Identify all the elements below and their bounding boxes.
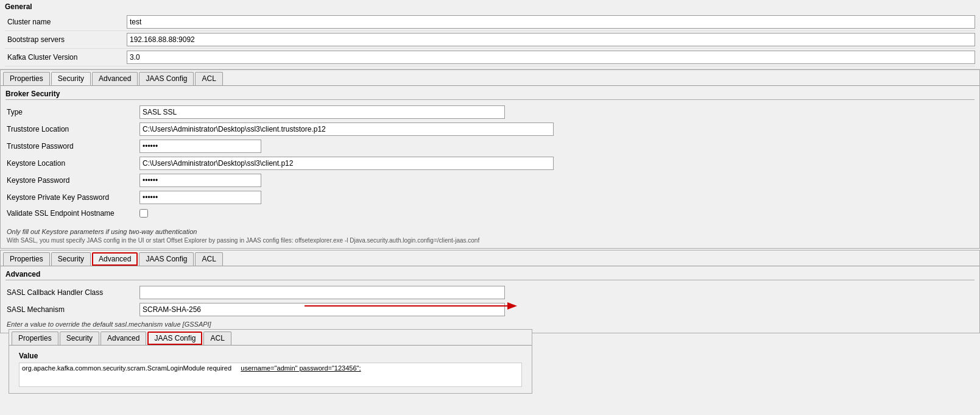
- advanced-section-header: Advanced: [5, 270, 975, 280]
- tab-properties-3[interactable]: Properties: [12, 332, 58, 345]
- tab-advanced-1[interactable]: Advanced: [92, 72, 138, 85]
- security-tab-content: Broker Security Type Truststore Location…: [1, 86, 979, 248]
- advanced-tab-bar: Properties Security Advanced JAAS Config…: [1, 250, 979, 266]
- tab-properties-1[interactable]: Properties: [3, 72, 50, 85]
- sasl-mechanism-input[interactable]: [139, 303, 505, 316]
- truststore-location-label: Truststore Location: [5, 125, 139, 133]
- tab-acl-2[interactable]: ACL: [195, 252, 222, 266]
- keystore-password-input[interactable]: [139, 174, 261, 187]
- tab-jaas-1[interactable]: JAAS Config: [139, 72, 194, 85]
- tab-security-3[interactable]: Security: [60, 332, 99, 345]
- cluster-name-row: Cluster name: [5, 13, 975, 31]
- jaas-tab-bar: Properties Security Advanced JAAS Config…: [9, 330, 532, 346]
- tab-jaas-3[interactable]: JAAS Config: [147, 332, 202, 345]
- jaas-config-panel: Properties Security Advanced JAAS Config…: [9, 329, 532, 394]
- keystore-password-label: Keystore Password: [5, 176, 139, 185]
- jaas-credentials: username="admin" password="123456";: [241, 364, 361, 372]
- advanced-tab-panel: Properties Security Advanced JAAS Config…: [0, 250, 980, 333]
- tab-properties-2[interactable]: Properties: [3, 252, 50, 266]
- type-label: Type: [5, 108, 139, 116]
- truststore-password-input[interactable]: [139, 140, 261, 153]
- tab-acl-3[interactable]: ACL: [203, 332, 231, 345]
- jaas-tab-content: Value org.apache.kafka.common.security.s…: [9, 346, 532, 393]
- security-tab-panel: Properties Security Advanced JAAS Config…: [0, 69, 980, 249]
- note-1: Only fill out Keystore parameters if usi…: [5, 225, 975, 236]
- sasl-callback-input[interactable]: [139, 286, 505, 299]
- keystore-privatekey-label: Keystore Private Key Password: [5, 193, 139, 202]
- kafka-version-row: Kafka Cluster Version: [5, 49, 975, 66]
- sasl-callback-label: SASL Callback Handler Class: [5, 288, 139, 297]
- jaas-value-text: org.apache.kafka.common.security.scram.S…: [22, 364, 361, 372]
- validate-ssl-row: Validate SSL Endpoint Hostname: [5, 206, 975, 221]
- bootstrap-servers-row: Bootstrap servers: [5, 31, 975, 49]
- tab-acl-1[interactable]: ACL: [195, 72, 222, 85]
- sasl-mechanism-row: SASL Mechanism: [5, 301, 975, 318]
- value-section: Value org.apache.kafka.common.security.s…: [14, 349, 527, 389]
- general-section: General Cluster name Bootstrap servers K…: [0, 0, 980, 69]
- validate-ssl-label: Validate SSL Endpoint Hostname: [5, 209, 139, 218]
- keystore-location-label: Keystore Location: [5, 159, 139, 168]
- tab-security-1[interactable]: Security: [51, 72, 91, 85]
- tab-jaas-2[interactable]: JAAS Config: [139, 252, 194, 266]
- tab-advanced-2[interactable]: Advanced: [92, 252, 138, 266]
- value-label: Value: [19, 352, 522, 360]
- main-container: General Cluster name Bootstrap servers K…: [0, 0, 980, 415]
- cluster-name-input[interactable]: [127, 15, 975, 29]
- keystore-location-input[interactable]: [139, 157, 554, 170]
- security-tab-bar: Properties Security Advanced JAAS Config…: [1, 70, 979, 86]
- type-input[interactable]: [139, 105, 505, 119]
- bootstrap-servers-label: Bootstrap servers: [5, 35, 127, 44]
- bootstrap-servers-input[interactable]: [127, 33, 975, 46]
- value-content: org.apache.kafka.common.security.scram.S…: [19, 363, 522, 387]
- truststore-password-row: Truststore Password: [5, 138, 975, 155]
- sasl-note: Enter a value to override the default sa…: [5, 318, 975, 329]
- validate-ssl-checkbox[interactable]: [139, 209, 148, 218]
- truststore-location-row: Truststore Location: [5, 121, 975, 138]
- sasl-mechanism-label: SASL Mechanism: [5, 305, 139, 314]
- keystore-privatekey-input[interactable]: [139, 191, 261, 204]
- advanced-tab-content: Advanced SASL Callback Handler Class SAS…: [1, 266, 979, 333]
- kafka-version-input[interactable]: [127, 51, 975, 64]
- truststore-location-input[interactable]: [139, 122, 554, 136]
- keystore-location-row: Keystore Location: [5, 155, 975, 172]
- cluster-name-label: Cluster name: [5, 18, 127, 26]
- tab-advanced-3[interactable]: Advanced: [100, 332, 146, 345]
- tab-security-2[interactable]: Security: [51, 252, 91, 266]
- note-2: With SASL, you must specify JAAS config …: [5, 236, 554, 244]
- truststore-password-label: Truststore Password: [5, 142, 139, 151]
- general-title: General: [5, 2, 975, 11]
- keystore-password-row: Keystore Password: [5, 172, 975, 189]
- sasl-callback-row: SASL Callback Handler Class: [5, 284, 975, 301]
- kafka-version-label: Kafka Cluster Version: [5, 53, 127, 62]
- broker-security-header: Broker Security: [5, 90, 975, 100]
- type-row: Type: [5, 104, 975, 121]
- keystore-privatekey-row: Keystore Private Key Password: [5, 189, 975, 206]
